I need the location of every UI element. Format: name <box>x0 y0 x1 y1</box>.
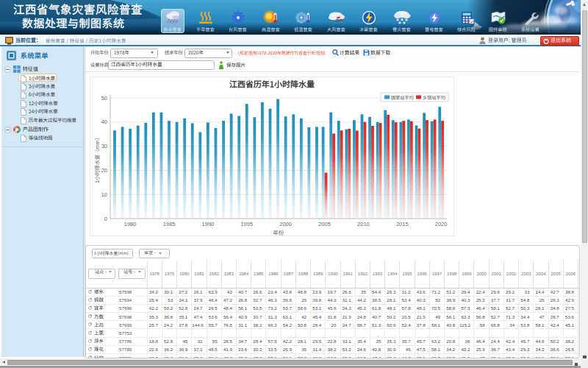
svg-text:2000: 2000 <box>279 221 292 227</box>
svg-text:30: 30 <box>101 143 107 149</box>
svg-text:2010: 2010 <box>357 221 370 227</box>
svg-text:1985: 1985 <box>163 221 176 227</box>
svg-text:2020: 2020 <box>435 221 448 227</box>
svg-text:1995: 1995 <box>240 221 253 227</box>
svg-text:2005: 2005 <box>318 221 331 227</box>
svg-text:1980: 1980 <box>124 221 137 227</box>
svg-text:20: 20 <box>101 167 107 174</box>
svg-text:1990: 1990 <box>202 221 215 227</box>
svg-text:2015: 2015 <box>396 221 409 227</box>
svg-text:40: 40 <box>101 118 107 125</box>
svg-text:0: 0 <box>104 216 107 222</box>
svg-text:50: 50 <box>101 95 107 102</box>
svg-text:10: 10 <box>101 191 107 198</box>
